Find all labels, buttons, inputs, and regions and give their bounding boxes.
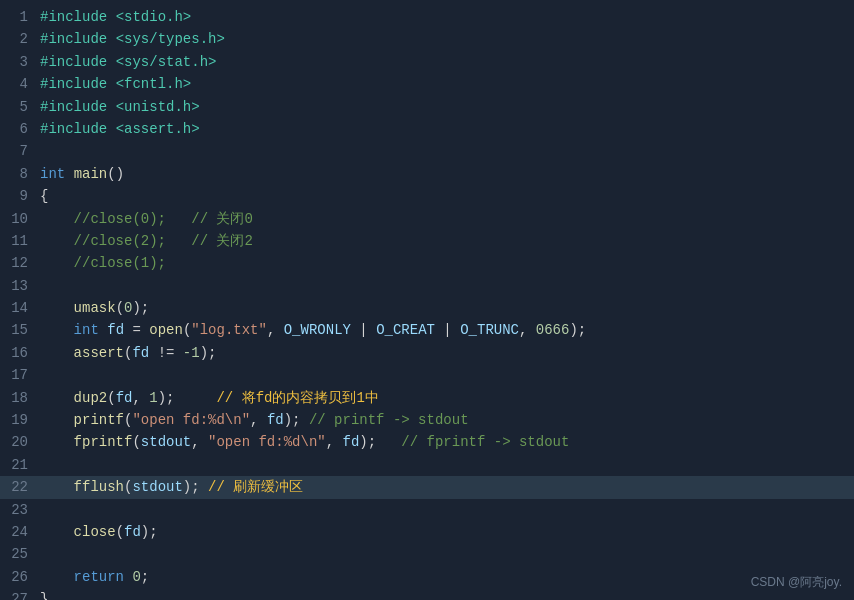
token: , [267,322,284,338]
line-number: 20 [0,431,28,453]
token [107,76,115,92]
token: <stdio.h> [116,9,192,25]
token: #include [40,54,107,70]
token: // 刷新缓冲区 [208,479,303,495]
code-line: 16 assert(fd != -1); [0,342,854,364]
token: fd [124,524,141,540]
token [107,121,115,137]
line-number: 2 [0,28,28,50]
line-content: #include <sys/stat.h> [40,51,216,73]
line-number: 26 [0,566,28,588]
line-content [40,543,48,565]
code-line: 10 //close(0); // 关闭0 [0,208,854,230]
line-content [40,140,48,162]
token: <sys/types.h> [116,31,225,47]
token: ); [200,345,217,361]
token: fd [343,434,360,450]
line-content: //close(0); // 关闭0 [40,208,253,230]
token [99,322,107,338]
token: fd [116,390,133,406]
token: ); [141,524,158,540]
token: () [107,166,124,182]
token [40,524,74,540]
line-content: #include <fcntl.h> [40,73,191,95]
line-number: 27 [0,588,28,600]
line-number: 19 [0,409,28,431]
code-line: 5#include <unistd.h> [0,96,854,118]
line-number: 14 [0,297,28,319]
line-number: 13 [0,275,28,297]
line-number: 12 [0,252,28,274]
token: , [326,434,343,450]
code-line: 19 printf("open fd:%d\n", fd); // printf… [0,409,854,431]
token: , [250,412,267,428]
code-line: 21 [0,454,854,476]
token: O_TRUNC [460,322,519,338]
token: fd [267,412,284,428]
token [107,54,115,70]
line-number: 17 [0,364,28,386]
watermark: CSDN @阿亮joy. [751,573,842,592]
line-number: 21 [0,454,28,476]
token: fd [132,345,149,361]
token [107,9,115,25]
code-line: 18 dup2(fd, 1); // 将fd的内容拷贝到1中 [0,387,854,409]
token: stdout [141,434,191,450]
line-number: 22 [0,476,28,498]
line-number: 18 [0,387,28,409]
code-line: 1#include <stdio.h> [0,6,854,28]
line-content: //close(2); // 关闭2 [40,230,253,252]
token: <fcntl.h> [116,76,192,92]
token [40,412,74,428]
token: ; [141,569,149,585]
token: -1 [183,345,200,361]
line-content: { [40,185,48,207]
code-line: 22 fflush(stdout); // 刷新缓冲区 [0,476,854,498]
token: 1 [149,390,157,406]
token: fprintf [74,434,133,450]
token: dup2 [74,390,108,406]
token: , [191,434,208,450]
line-content: close(fd); [40,521,158,543]
line-content: assert(fd != -1); [40,342,216,364]
token: main [74,166,108,182]
code-line: 2#include <sys/types.h> [0,28,854,50]
line-content: return 0; [40,566,149,588]
token: ( [132,434,140,450]
token: close [74,524,116,540]
code-line: 27} [0,588,854,600]
code-line: 14 umask(0); [0,297,854,319]
token [40,300,74,316]
line-content [40,454,48,476]
line-number: 16 [0,342,28,364]
code-line: 8int main() [0,163,854,185]
line-content: //close(1); [40,252,166,274]
token [65,166,73,182]
token: ( [107,390,115,406]
line-content: #include <sys/types.h> [40,28,225,50]
code-editor: 1#include <stdio.h>2#include <sys/types.… [0,0,854,600]
line-number: 24 [0,521,28,543]
token: // 将fd的内容拷贝到1中 [216,390,378,406]
token: stdout [132,479,182,495]
code-line: 26 return 0; [0,566,854,588]
token [40,434,74,450]
token: 0666 [536,322,570,338]
code-line: 20 fprintf(stdout, "open fd:%d\n", fd); … [0,431,854,453]
token: != [149,345,183,361]
token: "open fd:%d\n" [208,434,326,450]
line-content: #include <stdio.h> [40,6,191,28]
code-line: 3#include <sys/stat.h> [0,51,854,73]
line-content [40,499,48,521]
token: <unistd.h> [116,99,200,115]
token: return [74,569,124,585]
line-content: } [40,588,48,600]
line-content: int fd = open("log.txt", O_WRONLY | O_CR… [40,319,586,341]
code-line: 4#include <fcntl.h> [0,73,854,95]
token: ( [116,300,124,316]
line-content: fprintf(stdout, "open fd:%d\n", fd); // … [40,431,569,453]
token [40,322,74,338]
token [40,233,74,249]
code-line: 17 [0,364,854,386]
line-content [40,275,48,297]
